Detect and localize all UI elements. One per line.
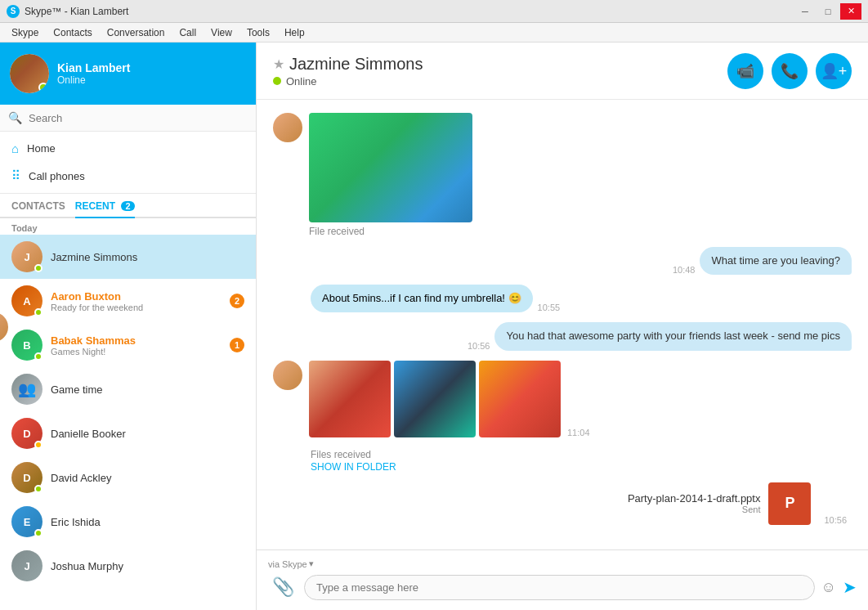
menu-conversation[interactable]: Conversation	[101, 25, 172, 40]
emoji-button[interactable]: ☺	[821, 579, 836, 596]
message-text: You had that awesome party with your fri…	[506, 330, 840, 342]
add-contact-button[interactable]: 👤+	[816, 53, 852, 89]
video-icon: 📹	[736, 62, 754, 80]
chat-header: ★ Jazmine Simmons Online 📹 📞 👤+	[257, 43, 868, 100]
search-icon: 🔍	[8, 111, 22, 124]
message-input[interactable]	[304, 575, 815, 600]
search-bar[interactable]: 🔍	[0, 105, 256, 132]
contact-name: Danielle Booker	[51, 428, 244, 440]
avatar: A	[11, 285, 43, 316]
minimize-button[interactable]: ─	[794, 3, 816, 20]
menu-contacts[interactable]: Contacts	[47, 25, 98, 40]
menu-tools[interactable]: Tools	[240, 25, 276, 40]
user-status-dot	[38, 83, 48, 92]
call-phones-icon: ⠿	[11, 168, 20, 183]
contact-info: Jazmine Simmons	[51, 251, 244, 263]
contact-subtitle: Games Night!	[51, 347, 221, 357]
sidebar: Kian Lambert Online 🔍 ⌂ Home ⠿ Call phon…	[0, 43, 257, 610]
star-icon[interactable]: ★	[273, 56, 284, 72]
contact-list: Today J Jazmine Simmons A Aaron Buxton	[0, 218, 256, 610]
messages-area: File received 10:48 What time are you le…	[257, 100, 868, 549]
show-in-folder-link[interactable]: SHOW IN FOLDER	[311, 461, 396, 473]
message-bubble: You had that awesome party with your fri…	[494, 322, 852, 350]
attach-button[interactable]: 📎	[268, 572, 298, 602]
emoji-icon: ☺	[821, 579, 836, 595]
via-dropdown-icon[interactable]: ▾	[309, 558, 314, 569]
message-text: What time are you leaving?	[711, 254, 840, 267]
chat-contact-name: ★ Jazmine Simmons	[273, 55, 423, 74]
list-item[interactable]: E Eric Ishida	[0, 500, 256, 544]
avatar: J	[11, 550, 43, 581]
search-input[interactable]	[29, 112, 248, 124]
nav-home[interactable]: ⌂ Home	[0, 135, 256, 162]
avatar: 👥	[11, 374, 43, 405]
contact-name: Eric Ishida	[51, 516, 244, 528]
list-item[interactable]: 👥 Game time	[0, 367, 256, 411]
user-name: Kian Lambert	[57, 61, 246, 74]
attach-icon: 📎	[272, 576, 294, 598]
sent-file-status: Sent	[628, 505, 761, 514]
tab-recent[interactable]: RECENT 2	[75, 200, 135, 218]
received-photo-content: File received	[309, 113, 472, 237]
list-item[interactable]: D David Ackley	[0, 455, 256, 500]
message-time: 11:04	[567, 428, 590, 437]
user-profile: Kian Lambert Online	[0, 43, 256, 105]
menu-skype[interactable]: Skype	[5, 25, 45, 40]
files-received-label: Files received	[311, 449, 852, 460]
received-photo	[309, 113, 472, 222]
nav-call-phones[interactable]: ⠿ Call phones	[0, 162, 256, 190]
menu-help[interactable]: Help	[278, 25, 311, 40]
status-dot	[34, 352, 43, 361]
status-dot	[34, 441, 43, 449]
contact-info: David Ackley	[51, 472, 244, 484]
avatar: J	[11, 241, 43, 272]
tab-contacts[interactable]: CONTACTS	[11, 200, 65, 217]
contact-name: Aaron Buxton	[51, 290, 221, 303]
avatar: E	[11, 506, 43, 537]
video-call-button[interactable]: 📹	[727, 53, 763, 89]
recent-badge: 2	[121, 201, 134, 211]
audio-call-button[interactable]: 📞	[772, 53, 808, 89]
menu-view[interactable]: View	[204, 25, 239, 40]
contact-subtitle: Ready for the weekend	[51, 303, 221, 312]
chat-contact-status: Online	[273, 75, 423, 87]
contact-name: David Ackley	[51, 472, 244, 484]
avatar-image: 👥	[11, 374, 43, 405]
list-item[interactable]: A Aaron Buxton Ready for the weekend 2	[0, 279, 256, 323]
unread-badge: 2	[230, 294, 244, 308]
phone-icon: 📞	[781, 62, 799, 80]
list-item[interactable]: J Joshua Murphy	[0, 544, 256, 588]
photo-item	[394, 361, 476, 437]
avatar: D	[11, 462, 43, 493]
photo-group	[309, 361, 561, 437]
menu-call[interactable]: Call	[172, 25, 203, 40]
list-item[interactable]: D Danielle Booker	[0, 411, 256, 455]
chat-actions: 📹 📞 👤+	[727, 53, 852, 89]
chat-contact-info: ★ Jazmine Simmons Online	[273, 55, 423, 87]
avatar	[10, 54, 49, 93]
send-icon: ➤	[843, 578, 857, 596]
list-item[interactable]: J Jazmine Simmons	[0, 235, 256, 279]
skype-logo-icon: S	[7, 5, 20, 18]
message-time: 10:56	[468, 341, 490, 351]
message-row: 10:48 What time are you leaving?	[273, 247, 852, 275]
message-text: About 5mins...if I can find my umbrella!…	[322, 292, 521, 304]
avatar-image: J	[11, 550, 43, 581]
via-label: via Skype	[268, 559, 307, 569]
avatar	[273, 113, 302, 142]
maximize-button[interactable]: □	[817, 3, 839, 20]
photo-item	[479, 361, 561, 437]
sent-file-row: Party-plan-2014-1-draft.pptx Sent P 10:5…	[273, 482, 852, 525]
contact-info: Eric Ishida	[51, 516, 244, 528]
contact-info: Aaron Buxton Ready for the weekend	[51, 290, 221, 312]
window-title: Skype™ - Kian Lambert	[25, 6, 128, 17]
message-row: About 5mins...if I can find my umbrella!…	[273, 285, 852, 312]
contact-name: Babak Shammas	[51, 334, 221, 347]
nav-call-phones-label: Call phones	[29, 170, 85, 182]
send-button[interactable]: ➤	[843, 577, 857, 597]
group-label-today: Today	[0, 218, 256, 235]
close-button[interactable]: ✕	[840, 3, 861, 20]
contact-info: Danielle Booker	[51, 428, 244, 440]
list-item[interactable]: B Babak Shammas Games Night! 1	[0, 323, 256, 367]
nav-items: ⌂ Home ⠿ Call phones	[0, 132, 256, 194]
